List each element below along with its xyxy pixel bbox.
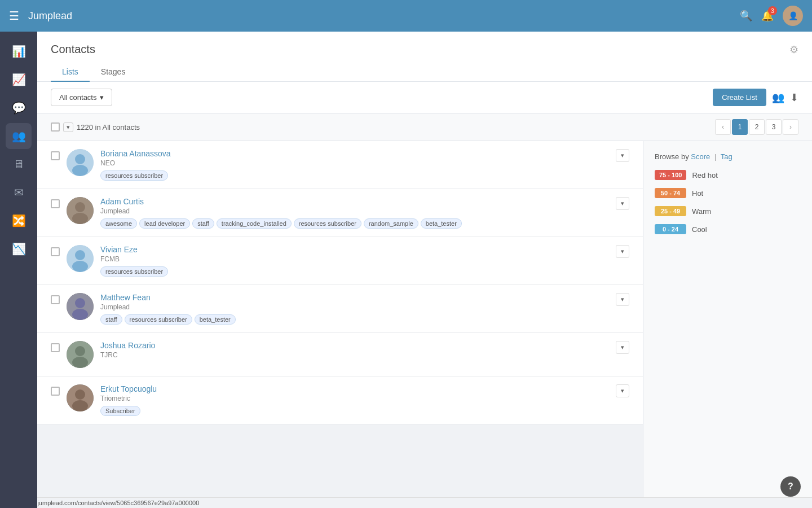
page-header-top: Contacts ⚙ bbox=[51, 43, 798, 56]
svg-point-17 bbox=[72, 400, 88, 411]
table-row: Erkut Topcuoglu Triometric Subscriber ▾ bbox=[37, 376, 643, 424]
contact-name-4[interactable]: Matthew Fean bbox=[100, 293, 609, 302]
list-toolbar: ▾ 1220 in All contacts ‹ 1 2 3 › bbox=[37, 113, 812, 141]
score-label-hot[interactable]: Hot bbox=[692, 189, 703, 198]
contact-tags-3: resources subscriber bbox=[100, 266, 609, 277]
contact-info-4: Matthew Fean Jumplead staff resources su… bbox=[100, 293, 609, 325]
sidebar-item-reports[interactable]: 📉 bbox=[6, 236, 32, 262]
dropdown-caret-icon: ▾ bbox=[100, 93, 104, 102]
sidebar-item-monitor[interactable]: 🖥 bbox=[6, 151, 32, 177]
help-button[interactable]: ? bbox=[780, 476, 801, 497]
page-2[interactable]: 2 bbox=[749, 119, 765, 135]
contact-name-6[interactable]: Erkut Topcuoglu bbox=[100, 384, 609, 393]
contact-name-3[interactable]: Vivian Eze bbox=[100, 245, 609, 254]
contact-name-2[interactable]: Adam Curtis bbox=[100, 197, 609, 206]
create-list-button[interactable]: Create List bbox=[713, 89, 766, 106]
svg-point-4 bbox=[75, 202, 85, 212]
top-navigation: ☰ Jumplead 🔍 🔔 3 👤 bbox=[0, 0, 812, 32]
page-prev[interactable]: ‹ bbox=[715, 119, 731, 135]
sidebar-item-mail[interactable]: ✉ bbox=[6, 179, 32, 205]
tag[interactable]: random_sample bbox=[364, 218, 418, 229]
row-checkbox-3[interactable] bbox=[51, 247, 60, 256]
tab-stages[interactable]: Stages bbox=[90, 63, 137, 82]
sidebar-item-contacts[interactable]: 👥 bbox=[6, 123, 32, 149]
tag[interactable]: resources subscriber bbox=[294, 218, 361, 229]
select-all-checkbox[interactable] bbox=[51, 122, 60, 132]
tag[interactable]: Subscriber bbox=[100, 406, 140, 416]
score-item-cool: 0 - 24 Cool bbox=[655, 224, 801, 234]
action-dropdown-3[interactable]: ▾ bbox=[616, 245, 629, 258]
tab-lists[interactable]: Lists bbox=[51, 63, 90, 82]
notifications-icon[interactable]: 🔔 3 bbox=[761, 10, 774, 22]
action-dropdown-5[interactable]: ▾ bbox=[616, 341, 629, 354]
score-label-red-hot[interactable]: Red hot bbox=[692, 171, 718, 179]
contact-company-1: NEO bbox=[100, 159, 609, 167]
tag[interactable]: awesome bbox=[100, 218, 137, 229]
score-badge-red-hot[interactable]: 75 - 100 bbox=[655, 170, 686, 180]
page-next[interactable]: › bbox=[783, 119, 798, 135]
avatar bbox=[67, 341, 94, 368]
contact-info-5: Joshua Rozario TJRC bbox=[100, 341, 609, 362]
action-dropdown-1[interactable]: ▾ bbox=[616, 149, 629, 162]
score-badge-hot[interactable]: 50 - 74 bbox=[655, 188, 686, 198]
tag[interactable]: staff bbox=[192, 218, 214, 229]
row-checkbox-4[interactable] bbox=[51, 295, 60, 304]
score-label-warm[interactable]: Warm bbox=[692, 207, 711, 216]
tag[interactable]: beta_tester bbox=[195, 314, 236, 325]
avatar bbox=[67, 197, 94, 224]
row-checkbox-6[interactable] bbox=[51, 387, 60, 396]
row-checkbox-1[interactable] bbox=[51, 151, 60, 160]
browse-score-link[interactable]: Score bbox=[691, 152, 710, 161]
table-row: Vivian Eze FCMB resources subscriber ▾ bbox=[37, 237, 643, 285]
notification-badge: 3 bbox=[768, 6, 777, 15]
score-badge-cool[interactable]: 0 - 24 bbox=[655, 224, 686, 234]
tag[interactable]: tracking_code_installed bbox=[217, 218, 292, 229]
score-item-red-hot: 75 - 100 Red hot bbox=[655, 170, 801, 180]
search-icon[interactable]: 🔍 bbox=[740, 10, 752, 22]
tag[interactable]: staff bbox=[100, 314, 122, 325]
tag[interactable]: resources subscriber bbox=[100, 266, 168, 277]
sidebar-item-automation[interactable]: 🔀 bbox=[6, 208, 32, 234]
score-label-cool[interactable]: Cool bbox=[692, 225, 707, 234]
left-sidebar: 📊 📈 💬 👥 🖥 ✉ 🔀 📉 bbox=[0, 32, 37, 508]
hamburger-menu[interactable]: ☰ bbox=[9, 9, 19, 23]
nav-icons: 🔍 🔔 3 👤 bbox=[740, 6, 803, 26]
action-dropdown-4[interactable]: ▾ bbox=[616, 293, 629, 306]
sidebar-item-messages[interactable]: 💬 bbox=[6, 95, 32, 121]
tag[interactable]: resources subscriber bbox=[125, 314, 192, 325]
page-header: Contacts ⚙ Lists Stages bbox=[37, 32, 812, 82]
filter-dropdown[interactable]: All contacts ▾ bbox=[51, 89, 112, 106]
checkbox-area: ▾ 1220 in All contacts bbox=[51, 122, 140, 132]
people-icon[interactable]: 👥 bbox=[772, 91, 784, 104]
action-dropdown-6[interactable]: ▾ bbox=[616, 384, 629, 397]
avatar bbox=[67, 149, 94, 176]
page-1[interactable]: 1 bbox=[732, 119, 748, 135]
checkbox-caret[interactable]: ▾ bbox=[63, 122, 73, 132]
download-icon[interactable]: ⬇ bbox=[790, 91, 798, 104]
tag[interactable]: lead developer bbox=[139, 218, 190, 229]
contact-tags-6: Subscriber bbox=[100, 406, 609, 416]
contact-name-5[interactable]: Joshua Rozario bbox=[100, 341, 609, 350]
row-checkbox-2[interactable] bbox=[51, 199, 60, 208]
avatar bbox=[67, 245, 94, 272]
page-3[interactable]: 3 bbox=[766, 119, 782, 135]
tag[interactable]: resources subscriber bbox=[100, 170, 168, 181]
contact-tags-4: staff resources subscriber beta_tester bbox=[100, 314, 609, 325]
browse-tag-link[interactable]: Tag bbox=[721, 152, 732, 161]
tag[interactable]: beta_tester bbox=[421, 218, 462, 229]
user-avatar[interactable]: 👤 bbox=[783, 6, 803, 26]
settings-icon[interactable]: ⚙ bbox=[789, 43, 798, 56]
contact-name-1[interactable]: Boriana Atanassova bbox=[100, 149, 609, 158]
contact-company-2: Jumplead bbox=[100, 207, 609, 215]
row-checkbox-5[interactable] bbox=[51, 343, 60, 352]
toolbar-right: Create List 👥 ⬇ bbox=[713, 89, 798, 106]
pagination: ‹ 1 2 3 › bbox=[715, 119, 798, 135]
action-dropdown-2[interactable]: ▾ bbox=[616, 197, 629, 210]
contact-tags-2: awesome lead developer staff tracking_co… bbox=[100, 218, 609, 229]
app-title: Jumplead bbox=[28, 10, 740, 22]
score-badge-warm[interactable]: 25 - 49 bbox=[655, 206, 686, 216]
contact-info-6: Erkut Topcuoglu Triometric Subscriber bbox=[100, 384, 609, 416]
sidebar-item-analytics[interactable]: 📈 bbox=[6, 67, 32, 93]
sidebar-item-dashboard[interactable]: 📊 bbox=[6, 38, 32, 64]
svg-point-2 bbox=[72, 165, 88, 176]
